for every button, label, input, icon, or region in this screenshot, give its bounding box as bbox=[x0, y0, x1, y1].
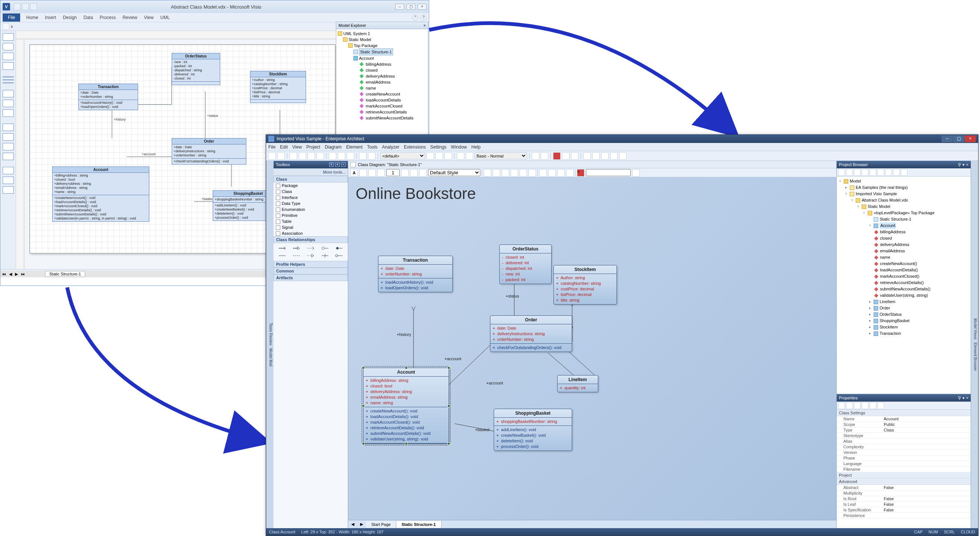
class-order[interactable]: Order +date : Date+deliveryInstructions … bbox=[172, 138, 246, 165]
tb-misc4-icon[interactable] bbox=[592, 152, 600, 160]
class-transaction[interactable]: Transaction +date : Date+orderNumber : s… bbox=[78, 84, 138, 110]
vtab-model-views[interactable]: Model Views Element Browser bbox=[970, 161, 978, 528]
tb-undo-icon[interactable] bbox=[359, 152, 366, 160]
bt-home-icon[interactable] bbox=[885, 169, 892, 176]
default-dropdown[interactable]: <default> bbox=[380, 152, 425, 159]
pt-5-icon[interactable] bbox=[870, 402, 876, 409]
minimize-button[interactable]: – bbox=[942, 135, 953, 142]
shape-component-icon[interactable] bbox=[3, 90, 14, 97]
tb-100-icon[interactable] bbox=[541, 152, 548, 160]
shape-artifact-icon[interactable] bbox=[3, 109, 14, 117]
qat-undo-icon[interactable] bbox=[22, 3, 29, 10]
menu-view[interactable]: View bbox=[292, 145, 302, 150]
tb-fit-icon[interactable] bbox=[532, 152, 539, 160]
ribbon-tab-process[interactable]: Process bbox=[99, 13, 116, 22]
shape-depend-icon[interactable] bbox=[3, 80, 14, 80]
tb-misc3-icon[interactable] bbox=[583, 152, 591, 160]
props-pin-icon[interactable]: ⚲ bbox=[958, 396, 961, 401]
more-tools-link[interactable]: More tools... bbox=[323, 170, 345, 174]
space-v-icon[interactable] bbox=[548, 169, 556, 177]
tab-diagram[interactable]: Static Structure-1 bbox=[396, 521, 441, 528]
shape-general-icon[interactable] bbox=[3, 83, 14, 83]
filter-input[interactable] bbox=[586, 169, 631, 176]
line-color-icon[interactable] bbox=[368, 169, 376, 177]
menu-extensions[interactable]: Extensions bbox=[404, 145, 426, 150]
shape-state-icon[interactable] bbox=[3, 143, 14, 150]
bt-refresh-icon[interactable] bbox=[893, 169, 900, 176]
size-input[interactable] bbox=[386, 169, 400, 176]
rel-icon-5[interactable] bbox=[333, 245, 345, 251]
class-orderstatus[interactable]: OrderStatus -new : int-packed : int-disp… bbox=[172, 53, 220, 85]
browser-pin-icon[interactable]: ⚲ bbox=[958, 162, 961, 167]
tb-back-icon[interactable] bbox=[268, 152, 276, 160]
align-bottom-icon[interactable] bbox=[528, 169, 536, 177]
bt-new-icon[interactable] bbox=[838, 169, 845, 176]
toolbox-close-icon[interactable]: × bbox=[341, 162, 345, 167]
menu-window[interactable]: Window bbox=[451, 145, 467, 150]
collapse-ribbon-icon[interactable]: ^ bbox=[412, 14, 418, 21]
pt-4-icon[interactable] bbox=[862, 402, 869, 409]
bt-open-icon[interactable] bbox=[846, 169, 853, 176]
bt-down-icon[interactable] bbox=[862, 169, 869, 176]
tb-zoom-icon[interactable] bbox=[466, 152, 473, 160]
shape-activity-icon[interactable] bbox=[3, 153, 14, 160]
bt-find-icon[interactable] bbox=[877, 169, 884, 176]
pt-2-icon[interactable] bbox=[846, 402, 853, 409]
bt-sort-icon[interactable] bbox=[870, 169, 876, 176]
rel-icon-8[interactable] bbox=[304, 253, 317, 259]
toolbox-item-interface[interactable]: Interface bbox=[274, 194, 348, 200]
close-button[interactable]: × bbox=[418, 4, 426, 10]
help-icon[interactable]: ? bbox=[421, 14, 426, 21]
filter-icon[interactable] bbox=[632, 169, 640, 177]
same-width-icon[interactable] bbox=[557, 169, 565, 177]
bt-misc-icon[interactable] bbox=[901, 169, 908, 176]
shape-note-icon[interactable] bbox=[3, 62, 14, 70]
shape-usecase-icon[interactable] bbox=[3, 133, 14, 141]
font-color-icon[interactable]: A bbox=[350, 169, 358, 177]
rel-icon-2[interactable] bbox=[290, 245, 303, 251]
shape-datatype-icon[interactable] bbox=[3, 186, 14, 194]
ribbon-tab-view[interactable]: View bbox=[143, 13, 154, 22]
align-left-icon[interactable] bbox=[484, 169, 491, 177]
menu-tools[interactable]: Tools bbox=[367, 145, 378, 150]
toolbox-item-class[interactable]: Class bbox=[274, 189, 348, 194]
browser-selected[interactable]: Account bbox=[880, 223, 896, 229]
ea-class-basket[interactable]: ShoppingBasket + shoppingBasketNumber: s… bbox=[494, 409, 572, 451]
toolbox-group-relationships[interactable]: Class Relationships bbox=[274, 236, 348, 243]
shape-signal-icon[interactable] bbox=[3, 177, 14, 184]
tb-stop-icon[interactable] bbox=[444, 152, 452, 160]
prop-group-advanced[interactable]: Advanced bbox=[837, 479, 970, 485]
pick-style-icon[interactable] bbox=[410, 169, 418, 177]
tb-redo-icon[interactable] bbox=[368, 152, 375, 160]
browser-close-icon[interactable]: × bbox=[966, 162, 969, 167]
ribbon-tab-data[interactable]: Data bbox=[83, 13, 94, 22]
props-close-icon[interactable]: × bbox=[966, 396, 969, 401]
tb-paste-icon[interactable] bbox=[347, 152, 354, 160]
toolbox-group-common[interactable]: Common bbox=[274, 268, 348, 274]
maximize-button[interactable]: ▢ bbox=[953, 135, 964, 142]
qat-save-icon[interactable] bbox=[14, 3, 21, 10]
tb-play-icon[interactable] bbox=[426, 152, 434, 160]
menu-help[interactable]: Help bbox=[471, 145, 480, 150]
pt-1-icon[interactable] bbox=[838, 402, 845, 409]
ribbon-tab-home[interactable]: Home bbox=[25, 13, 39, 22]
ea-class-lineitem[interactable]: LineItem + quantity: int bbox=[557, 375, 598, 392]
class-account[interactable]: Account +billingAddress : string+closed … bbox=[52, 167, 149, 222]
line-style-icon[interactable] bbox=[377, 169, 385, 177]
tb-new-icon[interactable] bbox=[290, 152, 297, 160]
visio-titlebar[interactable]: V Abstract Class Model.vdx - Microsoft V… bbox=[0, 0, 429, 13]
toolbox-item-table[interactable]: Table bbox=[274, 218, 348, 224]
tb-misc6-icon[interactable] bbox=[610, 152, 617, 160]
toolbox-menu-icon[interactable]: ▾ bbox=[335, 162, 340, 167]
tb-misc5-icon[interactable] bbox=[601, 152, 609, 160]
font-icon[interactable] bbox=[401, 169, 409, 177]
tab-start-page[interactable]: Start Page bbox=[366, 521, 396, 528]
view-mode-dropdown[interactable]: Basic - Normal bbox=[475, 152, 527, 159]
tb-cut-icon[interactable] bbox=[329, 152, 336, 160]
menu-project[interactable]: Project bbox=[306, 145, 320, 150]
toolbox-item-package[interactable]: Package bbox=[274, 183, 348, 189]
qat-redo-icon[interactable] bbox=[30, 3, 37, 10]
fill-color-icon[interactable] bbox=[360, 169, 367, 177]
diagram-canvas[interactable]: Online Bookstore +history +status bbox=[348, 177, 836, 520]
rel-icon-10[interactable] bbox=[333, 253, 345, 259]
